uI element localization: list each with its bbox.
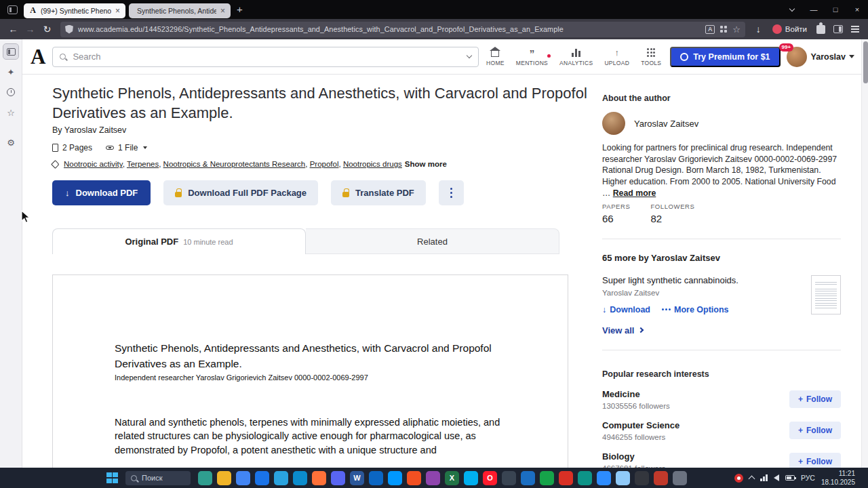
taskbar-app-telegram[interactable] xyxy=(274,471,288,485)
taskbar-app-gray[interactable] xyxy=(673,471,687,485)
taskbar-app-office[interactable] xyxy=(407,471,421,485)
paper-tag[interactable]: Nootropics & Neuroprotectants Research xyxy=(163,160,306,168)
taskbar-app-edge[interactable] xyxy=(293,471,307,485)
taskbar-app-teal[interactable] xyxy=(578,471,592,485)
taskbar-app-browser[interactable] xyxy=(255,471,269,485)
taskbar-app-excel[interactable]: X xyxy=(445,471,459,485)
read-more-link[interactable]: Read more xyxy=(613,188,656,198)
taskbar-app-terminal[interactable] xyxy=(635,471,649,485)
taskbar-app-notepad[interactable] xyxy=(616,471,630,485)
minimize-button[interactable]: — xyxy=(803,0,825,19)
paper-thumbnail[interactable] xyxy=(811,275,841,314)
follow-button[interactable]: + Follow xyxy=(789,453,841,468)
taskbar-app-opera[interactable]: O xyxy=(483,471,497,485)
taskbar-app-chrome[interactable] xyxy=(236,471,250,485)
language-indicator[interactable]: РУС xyxy=(801,474,815,482)
related-paper-title[interactable]: Super light synthetic cannabinoids. xyxy=(602,275,802,285)
nav-mentions[interactable]: ” MENTIONS xyxy=(516,47,548,66)
volume-icon[interactable] xyxy=(774,474,779,481)
taskbar-app-chess[interactable] xyxy=(654,471,668,485)
paper-tag[interactable]: Nootropics drugs xyxy=(343,160,402,168)
firefox-view-icon[interactable] xyxy=(7,5,18,14)
translate-icon[interactable]: A xyxy=(705,25,715,34)
nav-home[interactable]: HOME xyxy=(486,47,505,66)
search-input[interactable] xyxy=(71,51,462,62)
author-name[interactable]: Yaroslav Zaitsev xyxy=(634,119,698,129)
tray-chevron-up-icon[interactable] xyxy=(749,476,755,483)
taskbar-clock[interactable]: 11:21 18.10.2025 xyxy=(821,469,855,487)
translate-pdf-button[interactable]: Translate PDF xyxy=(331,180,426,205)
network-icon[interactable] xyxy=(760,474,768,481)
browser-signin-button[interactable]: Войти xyxy=(767,24,812,34)
taskbar-app-media[interactable] xyxy=(426,471,440,485)
sidebar-panels-icon[interactable] xyxy=(3,44,18,59)
url-bar[interactable]: www.academia.edu/144523296/Synthetic_Phe… xyxy=(60,22,745,37)
tab-close-icon[interactable]: × xyxy=(220,6,226,16)
taskbar-app-vscode[interactable] xyxy=(388,471,402,485)
try-premium-button[interactable]: Try Premium for $1 xyxy=(670,47,780,67)
tab-original-pdf[interactable]: Original PDF 10 minute read xyxy=(52,228,306,254)
taskbar-app-word[interactable]: W xyxy=(350,471,364,485)
view-all-link[interactable]: View all xyxy=(602,325,841,336)
download-pdf-button[interactable]: ↓ Download PDF xyxy=(52,180,151,205)
bookmark-star-icon[interactable]: ☆ xyxy=(732,24,741,35)
taskbar-app-discord[interactable] xyxy=(331,471,345,485)
user-menu[interactable]: 99+ Yaroslav xyxy=(787,47,854,67)
nav-analytics[interactable]: ANALYTICS xyxy=(559,47,593,66)
author-link[interactable]: Yaroslav Zaitsev xyxy=(64,125,126,135)
follow-button[interactable]: + Follow xyxy=(789,390,841,408)
browser-tab-active[interactable]: A (99+) Synthetic Phenols, Antide × xyxy=(24,3,125,18)
forward-icon[interactable]: → xyxy=(22,22,39,37)
files-dropdown[interactable]: 1 File xyxy=(106,143,147,152)
settings-gear-icon[interactable]: ⚙ xyxy=(3,135,18,150)
more-options-button[interactable] xyxy=(439,180,464,205)
new-tab-button[interactable]: + xyxy=(237,0,243,19)
site-search[interactable] xyxy=(52,47,479,67)
tab-related[interactable]: Related xyxy=(306,228,559,254)
maximize-button[interactable]: □ xyxy=(825,0,846,19)
paper-tag[interactable]: Nootropic activity xyxy=(64,160,123,168)
paper-tag[interactable]: Propofol xyxy=(310,160,339,168)
taskbar-app-skype[interactable] xyxy=(464,471,478,485)
list-all-tabs-icon[interactable] xyxy=(781,0,803,19)
bookmarks-icon[interactable]: ☆ xyxy=(3,105,18,120)
taskbar-app-mail[interactable] xyxy=(369,471,383,485)
sidebar-toggle-icon[interactable] xyxy=(829,22,846,37)
paper-tag[interactable]: Terpenes xyxy=(127,160,159,168)
show-more-link[interactable]: Show more xyxy=(405,160,447,168)
search-dropdown-icon[interactable] xyxy=(467,53,472,58)
history-icon[interactable] xyxy=(3,85,18,100)
academia-logo[interactable]: A xyxy=(31,45,45,69)
taskbar-app-explorer[interactable] xyxy=(217,471,231,485)
page-scrollbar[interactable] xyxy=(861,39,868,468)
downloads-icon[interactable]: ↓ xyxy=(750,22,767,37)
recording-indicator-icon[interactable] xyxy=(734,474,743,483)
tracking-shield-icon[interactable] xyxy=(65,25,73,34)
taskbar-app-paint[interactable] xyxy=(521,471,535,485)
nav-upload[interactable]: ↑ UPLOAD xyxy=(604,47,629,66)
extensions-icon[interactable] xyxy=(812,22,829,37)
author-avatar[interactable] xyxy=(602,112,625,135)
battery-icon[interactable] xyxy=(785,475,795,481)
ai-chat-icon[interactable]: ✦ xyxy=(3,64,18,79)
start-button[interactable] xyxy=(106,472,118,484)
taskbar-app-green[interactable] xyxy=(540,471,554,485)
download-package-button[interactable]: Download Full PDF Package xyxy=(163,180,318,205)
related-more-options-link[interactable]: More Options xyxy=(662,305,729,314)
taskbar-app-maps[interactable] xyxy=(198,471,212,485)
taskbar-app-firefox[interactable] xyxy=(312,471,326,485)
nav-tools[interactable]: TOOLS xyxy=(641,47,661,66)
scrollbar-thumb[interactable] xyxy=(863,41,868,83)
menu-icon[interactable] xyxy=(846,22,863,37)
tab-close-icon[interactable]: × xyxy=(115,6,121,16)
related-download-link[interactable]: ↓ Download xyxy=(602,305,650,314)
taskbar-app-steam[interactable] xyxy=(502,471,516,485)
back-icon[interactable]: ← xyxy=(5,22,22,37)
taskbar-app-gmail[interactable] xyxy=(559,471,573,485)
related-paper-author[interactable]: Yaroslav Zaitsev xyxy=(602,289,802,297)
page-apps-icon[interactable] xyxy=(720,26,727,33)
taskbar-app-zoom[interactable] xyxy=(597,471,611,485)
reload-icon[interactable]: ↻ xyxy=(39,22,56,37)
close-button[interactable]: × xyxy=(846,0,868,19)
follow-button[interactable]: + Follow xyxy=(789,422,841,439)
